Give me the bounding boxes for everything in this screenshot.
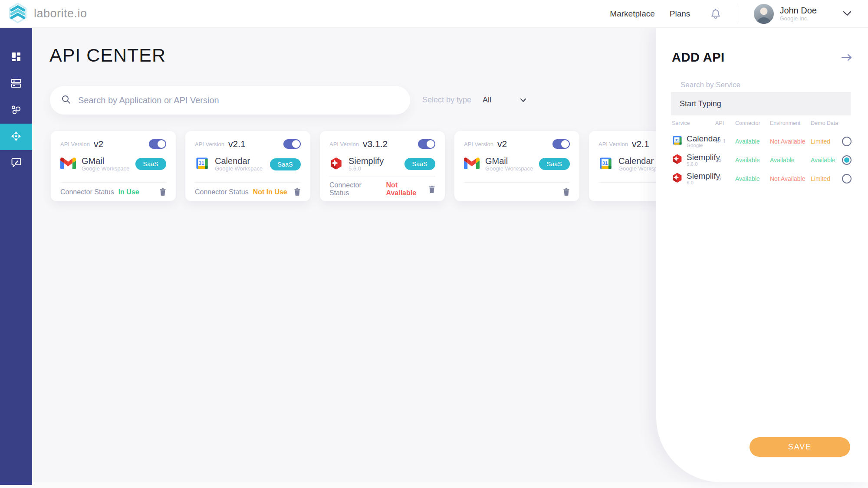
user-name: John Doe <box>779 6 817 16</box>
environment-availability: Available <box>770 157 811 164</box>
chevron-down-icon[interactable] <box>843 11 852 16</box>
arrow-right-icon[interactable] <box>841 54 852 61</box>
google-calendar-icon: 31 <box>195 156 209 172</box>
column-header: Demo Data <box>811 120 842 126</box>
connector-availability: Available <box>735 175 770 182</box>
gmail-icon <box>60 157 76 171</box>
app-subtitle: Google Workspace <box>82 166 129 172</box>
api-version-value: v2.1 <box>632 139 649 149</box>
sidebar-item-integrations[interactable] <box>0 97 32 124</box>
radio-button[interactable] <box>842 155 852 165</box>
sidebar-item-api-center[interactable] <box>0 124 32 150</box>
gmail-icon <box>464 157 480 171</box>
api-version-label: API Version <box>464 141 493 147</box>
bell-icon[interactable] <box>710 8 721 20</box>
api-card: API Version v2.1 31 Calendar Google Work… <box>185 131 310 201</box>
user-avatar[interactable] <box>754 4 774 24</box>
environment-availability: Not Available <box>770 175 811 182</box>
service-search-label: Search by Service <box>681 81 740 89</box>
environment-availability: Not Available <box>770 138 811 145</box>
svg-text:31: 31 <box>674 138 679 142</box>
feedback-icon <box>11 157 22 170</box>
trash-icon[interactable] <box>563 188 570 196</box>
service-api-version: v5 <box>715 157 735 163</box>
service-table-header: Service API Connector Environment Demo D… <box>672 118 852 128</box>
move-icon <box>10 131 22 144</box>
saas-badge: SaaS <box>135 158 166 170</box>
api-card: API Version v3.1.2 Siemplify 5.6.0 SaaS … <box>320 131 445 201</box>
column-header: API <box>715 120 735 126</box>
type-filter: Select by type All <box>422 95 526 105</box>
api-version-label: API Version <box>329 141 359 147</box>
app-window: laborite.io Marketplace Plans <box>0 0 868 488</box>
integrations-icon <box>10 104 22 117</box>
siemplify-icon <box>672 172 683 185</box>
brand-name: laborite.io <box>34 7 87 20</box>
trash-icon[interactable] <box>294 188 301 196</box>
servers-icon <box>10 78 22 91</box>
saas-badge: SaaS <box>404 158 435 170</box>
api-toggle[interactable] <box>418 139 435 149</box>
nav-plans[interactable]: Plans <box>670 9 690 19</box>
column-header: Environment <box>770 120 811 126</box>
demo-data-availability: Limited <box>811 138 842 145</box>
chevron-down-icon[interactable] <box>520 98 526 102</box>
page-title: API CENTER <box>49 45 166 66</box>
connector-availability: Available <box>735 157 770 164</box>
filter-dropdown[interactable]: All <box>483 95 491 105</box>
api-toggle[interactable] <box>552 139 570 149</box>
saas-badge: SaaS <box>539 158 570 170</box>
sidebar-item-servers[interactable] <box>0 71 32 97</box>
connector-status-value: In Use <box>118 188 139 196</box>
sidebar-item-dashboard[interactable] <box>0 44 32 71</box>
connector-status-label: Connector Status <box>329 181 381 197</box>
brand: laborite.io <box>8 3 87 25</box>
google-calendar-icon: 31 <box>672 135 683 147</box>
siemplify-icon <box>672 154 683 166</box>
filter-label: Select by type <box>422 95 471 105</box>
app-name: Siemplify <box>349 156 384 166</box>
api-version-value: v2.1 <box>228 139 246 149</box>
left-sidebar <box>0 28 32 485</box>
search-input[interactable] <box>78 95 399 105</box>
radio-button[interactable] <box>842 174 852 183</box>
service-api-version: v6 <box>715 175 735 182</box>
saas-badge: SaaS <box>270 158 301 170</box>
connector-status-value: Not Available <box>386 181 428 197</box>
column-header: Connector <box>735 120 770 126</box>
nav-marketplace[interactable]: Marketplace <box>610 9 655 19</box>
user-menu[interactable]: John Doe Google Inc. <box>754 4 817 24</box>
search-icon <box>61 95 71 106</box>
radio-button[interactable] <box>842 137 852 146</box>
demo-data-availability: Available <box>811 157 842 164</box>
sidebar-item-feedback[interactable] <box>0 150 32 177</box>
panel-title: ADD API <box>672 50 725 65</box>
trash-icon[interactable] <box>159 188 166 196</box>
service-row: Siemplify 6.0 v6 Available Not Available… <box>672 169 852 188</box>
column-header: Service <box>672 120 715 126</box>
api-version-label: API Version <box>60 141 90 147</box>
siemplify-icon <box>329 157 343 172</box>
service-api-version: v2.1 <box>715 138 735 144</box>
api-card: API Version v2 GMail Google Workspace Sa… <box>51 131 176 201</box>
api-toggle[interactable] <box>283 139 301 149</box>
service-row: 31 Calendar Google v2.1 Available Not Av… <box>672 132 852 151</box>
top-header: laborite.io Marketplace Plans <box>0 0 868 28</box>
service-table: Service API Connector Environment Demo D… <box>672 118 852 188</box>
api-version-value: v3.1.2 <box>363 139 388 149</box>
save-button[interactable]: SAVE <box>750 437 850 457</box>
user-company: Google Inc. <box>779 16 817 22</box>
connector-availability: Available <box>735 138 770 145</box>
app-name: Calendar <box>215 156 263 166</box>
service-row: Siemplify 5.6.0 v5 Available Available A… <box>672 151 852 169</box>
trash-icon[interactable] <box>428 185 435 193</box>
service-search-input[interactable] <box>671 92 851 115</box>
connector-status-value: Not In Use <box>253 188 287 196</box>
svg-text:31: 31 <box>199 160 205 166</box>
connector-status-label: Connector Status <box>60 188 114 196</box>
api-toggle[interactable] <box>149 139 166 149</box>
app-name: GMail <box>82 156 129 166</box>
connector-status-label: Connector Status <box>195 188 249 196</box>
bottom-strip <box>0 482 868 488</box>
demo-data-availability: Limited <box>811 175 842 182</box>
